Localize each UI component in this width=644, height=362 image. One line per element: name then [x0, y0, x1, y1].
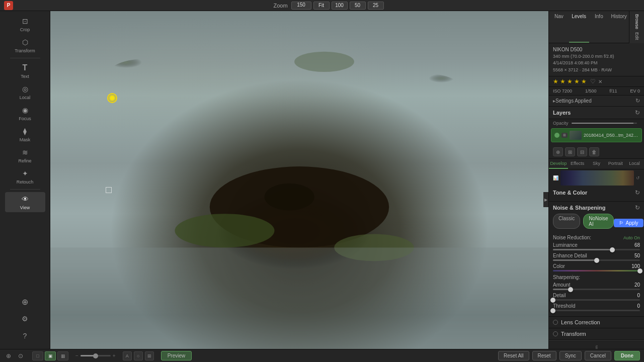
tool-text[interactable]: T Text [5, 61, 45, 81]
text-icon: T [20, 63, 30, 73]
star-2[interactable]: ★ [560, 78, 566, 85]
proc-tab-sky[interactable]: Sky [587, 159, 606, 169]
star-3[interactable]: ★ [567, 78, 573, 85]
reset-button[interactable]: Reset [532, 351, 556, 360]
layer-copy-button[interactable]: ⊕ [553, 147, 563, 156]
app-icon: P [4, 1, 13, 10]
layer-list: ⊞ 20180414_D50...tm_2421.nef [549, 127, 644, 143]
noise-sharpening-section: Noise & Sharpening ↻ Classic NoNoise AI … [549, 202, 644, 317]
tool-local[interactable]: ◎ Local [5, 82, 45, 102]
tab-nav[interactable]: Nav [549, 11, 569, 43]
tool-view[interactable]: 👁 View [5, 192, 45, 212]
enhance-detail-handle[interactable] [594, 258, 599, 263]
apply-button[interactable]: 🏳 Apply [614, 219, 643, 227]
tool-focus[interactable]: ◉ Focus [5, 103, 45, 123]
format-overlay-button[interactable]: ⊞ [145, 351, 154, 360]
zoom-25-button[interactable]: 25 [368, 2, 384, 10]
panel-collapse-arrow[interactable]: ▶ [543, 192, 548, 207]
tool-mask[interactable]: ⧫ Mask [5, 124, 45, 144]
star-1[interactable]: ★ [553, 78, 558, 85]
transform-radio[interactable] [553, 331, 558, 336]
shutter-value: 1/500 [585, 88, 597, 94]
zoom-slider-handle[interactable] [93, 353, 98, 358]
zoom-50-button[interactable]: 50 [350, 2, 366, 10]
zoom-100-button[interactable]: 100 [332, 2, 348, 10]
tab-history[interactable]: History [609, 11, 629, 43]
proc-tab-develop[interactable]: Develop [549, 159, 568, 169]
opacity-slider[interactable] [572, 123, 637, 124]
help-tool-button[interactable]: ? [5, 329, 45, 343]
sync-button[interactable]: Sync [559, 351, 582, 360]
layer-item[interactable]: ⊞ 20180414_D50...tm_2421.nef [551, 128, 642, 142]
retouch-icon: ✦ [20, 168, 30, 178]
star-5[interactable]: ★ [581, 78, 587, 85]
threshold-slider-row: Threshold 0 [553, 303, 640, 311]
view-split-button[interactable]: ▣ [45, 351, 56, 360]
view-icon: 👁 [20, 194, 30, 204]
tool-refine[interactable]: ≋ Refine [5, 145, 45, 165]
view-grid-button[interactable]: ▦ [57, 351, 68, 360]
noise-sharpening-expand-icon[interactable]: ↻ [635, 204, 640, 211]
histogram-expand-icon[interactable]: ↺ [636, 175, 640, 180]
layer-merge-button[interactable]: ⊞ [565, 147, 575, 156]
threshold-track[interactable] [553, 310, 640, 311]
noise-classic-button[interactable]: Classic [553, 214, 580, 229]
detail-handle[interactable] [550, 298, 555, 303]
heart-icon[interactable]: ♡ [590, 78, 596, 85]
settings-applied-bar[interactable]: ▸ Settings Applied ↻ [549, 96, 644, 107]
bottom-settings-icon[interactable]: ⊙ [16, 351, 25, 360]
star-4[interactable]: ★ [574, 78, 580, 85]
bottom-add-icon[interactable]: ⊕ [4, 351, 13, 360]
layers-expand-icon[interactable]: ↻ [635, 109, 640, 116]
cancel-button[interactable]: Cancel [585, 351, 611, 360]
tool-transform[interactable]: ⬡ Transform [5, 35, 45, 55]
amount-handle[interactable] [568, 287, 573, 292]
proc-tab-local[interactable]: Local [625, 159, 644, 169]
clear-rating-button[interactable]: ✕ [598, 79, 602, 84]
tab-levels[interactable]: Levels [569, 11, 589, 43]
return-button[interactable]: Return [593, 344, 600, 349]
ratings-row: ★ ★ ★ ★ ★ ♡ ✕ [549, 76, 644, 87]
edit-button[interactable]: Edit [633, 31, 640, 41]
amount-track[interactable] [553, 289, 640, 290]
layer-delete-button[interactable]: 🗑 [589, 147, 599, 156]
layer-stamp-button[interactable]: ⊟ [577, 147, 587, 156]
zoom-slider-track[interactable] [80, 355, 111, 356]
local-icon: ◎ [20, 84, 30, 94]
add-tool-button[interactable]: ⊕ [5, 295, 45, 309]
exposure-info: ISO 7200 1/500 f/11 EV 0 [549, 87, 644, 96]
tab-info[interactable]: Info [589, 11, 609, 43]
noise-sharpening-header: Noise & Sharpening ↻ [553, 204, 640, 211]
transform-section[interactable]: Transform [549, 328, 644, 340]
reset-all-button[interactable]: Reset All [498, 351, 529, 360]
format-a-button[interactable]: A [123, 351, 132, 360]
detail-track[interactable] [553, 299, 640, 301]
color-handle[interactable] [637, 268, 642, 274]
luminance-track[interactable] [553, 249, 640, 250]
histogram-display [560, 170, 634, 186]
luminance-handle[interactable] [610, 247, 615, 252]
noise-nonoise-button[interactable]: NoNoise AI [583, 214, 613, 229]
lens-correction-radio[interactable] [553, 320, 558, 325]
zoom-value[interactable]: 150 [291, 2, 311, 10]
fit-button[interactable]: Fit [313, 2, 330, 10]
auto-on-button[interactable]: Auto On [623, 235, 640, 240]
enhance-detail-track[interactable] [553, 259, 640, 261]
canvas-area[interactable]: ▶ [50, 11, 548, 349]
browse-button[interactable]: Browse [633, 13, 640, 30]
tone-color-expand-icon[interactable]: ↻ [635, 189, 640, 196]
preview-button[interactable]: Preview [161, 351, 192, 360]
color-track[interactable] [553, 270, 640, 272]
tool-retouch[interactable]: ✦ Retouch [5, 166, 45, 187]
view-single-button[interactable]: □ [32, 351, 43, 360]
lens-correction-section[interactable]: Lens Correction [549, 317, 644, 328]
format-circle-button[interactable]: ○ [134, 351, 143, 360]
threshold-handle[interactable] [550, 308, 555, 313]
settings-tool-button[interactable]: ⚙ [5, 312, 45, 326]
focus-icon: ◉ [20, 105, 30, 115]
done-button[interactable]: Done [614, 351, 640, 360]
proc-tab-effects[interactable]: Effects [568, 159, 587, 169]
layer-visibility[interactable] [554, 133, 559, 138]
tool-crop[interactable]: ⊡ Crop [5, 14, 45, 34]
proc-tab-portrait[interactable]: Portrait [606, 159, 625, 169]
